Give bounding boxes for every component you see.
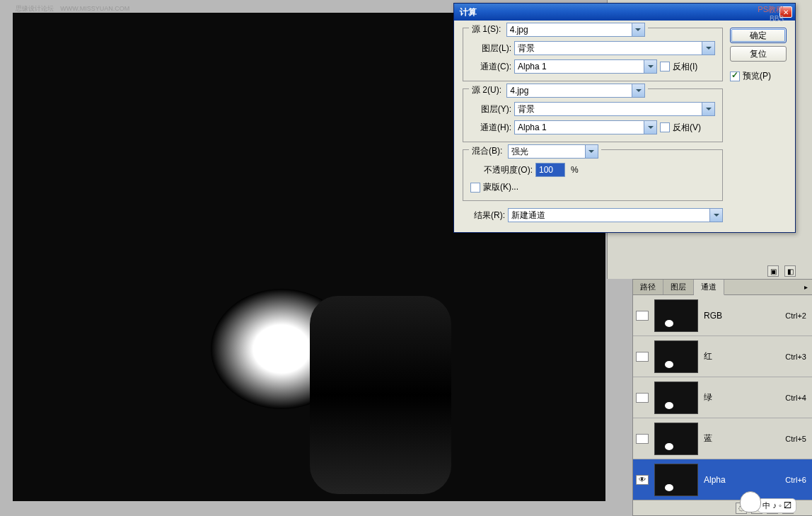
mask-check[interactable]: 蒙版(K)... [470, 181, 518, 193]
channel-list: RGBCtrl+2红Ctrl+3绿Ctrl+4蓝Ctrl+5👁AlphaCtrl… [633, 295, 812, 500]
tab-channels[interactable]: 通道 [694, 280, 724, 295]
chevron-down-icon [644, 60, 656, 73]
calculations-dialog: 计算 ✕ 源 1(S): 4.jpg 图层(L): 背景 [453, 3, 796, 233]
invert2-checkbox[interactable] [660, 122, 670, 132]
channel-name: RGB [704, 311, 779, 321]
channel-row[interactable]: 绿Ctrl+4 [633, 377, 812, 418]
layer1-value: 背景 [518, 42, 535, 55]
source1-label: 源 1(S): [472, 24, 501, 34]
watermark-right: PS教程 BBS [758, 4, 784, 23]
result-value: 新建通道 [511, 210, 545, 222]
invert1-check[interactable]: 反相(I) [660, 61, 697, 73]
reset-button[interactable]: 复位 [730, 46, 787, 62]
preview-checkbox[interactable] [730, 71, 740, 81]
source2-value: 4.jpg [510, 86, 528, 96]
watermark-left-main: 思缘设计论坛 [16, 5, 54, 12]
source2-label: 源 2(U): [472, 85, 501, 95]
watermark-left-sub: WWW.MISSYUAN.COM [60, 5, 129, 12]
dialog-title: 计算 [460, 6, 779, 18]
ime-text: 中 ♪ ◦ 〼 [762, 500, 791, 511]
chevron-down-icon [702, 103, 714, 115]
panel-tabs: 路径 图层 通道 [633, 280, 812, 295]
invert2-check[interactable]: 反相(V) [660, 122, 701, 134]
source1-group: 源 1(S): 4.jpg 图层(L): 背景 通道(C): Alpha 1 [463, 28, 723, 81]
opacity-label: 不透明度(O): [470, 164, 533, 176]
ime-indicator[interactable]: 中 ♪ ◦ 〼 [758, 498, 796, 513]
mask-checkbox[interactable] [470, 183, 480, 193]
watermark-right-sub: BBS [758, 15, 784, 23]
channel-shortcut: Ctrl+3 [785, 352, 806, 361]
channel2-combo[interactable]: Alpha 1 [514, 120, 657, 134]
opacity-percent: % [571, 165, 579, 175]
result-row: 结果(R): 新建通道 [463, 208, 723, 222]
invert1-label: 反相(I) [673, 61, 697, 73]
channel1-combo[interactable]: Alpha 1 [514, 59, 657, 74]
tab-layers[interactable]: 图层 [663, 280, 694, 294]
channels-panel: 路径 图层 通道 RGBCtrl+2红Ctrl+3绿Ctrl+4蓝Ctrl+5👁… [632, 279, 812, 516]
visibility-icon[interactable] [636, 352, 649, 362]
channel-shortcut: Ctrl+4 [785, 394, 806, 402]
channel2-value: Alpha 1 [518, 122, 547, 132]
chevron-down-icon [632, 84, 644, 97]
chevron-down-icon [702, 42, 714, 55]
source1-group-label: 源 1(S): 4.jpg [469, 23, 648, 37]
dialog-buttons: 确定 复位 预览(P) [730, 28, 787, 222]
channel1-label: 通道(C): [470, 61, 511, 73]
blend-group-label: 混合(B): 强光 [469, 144, 601, 159]
dialog-titlebar[interactable]: 计算 ✕ [454, 4, 795, 21]
channel1-value: Alpha 1 [518, 62, 547, 71]
channel2-label: 通道(H): [470, 122, 511, 134]
channel-name: 红 [704, 350, 779, 362]
channel-thumbnail[interactable] [654, 382, 698, 414]
layer2-label: 图层(Y): [470, 103, 511, 115]
layer1-combo[interactable]: 背景 [514, 41, 715, 55]
channel-row[interactable]: 👁AlphaCtrl+6 [633, 459, 812, 500]
visibility-icon[interactable] [636, 311, 649, 321]
preview-check[interactable]: 预览(P) [730, 70, 787, 82]
invert2-label: 反相(V) [673, 122, 701, 134]
invert1-checkbox[interactable] [660, 62, 670, 71]
source2-combo[interactable]: 4.jpg [506, 84, 645, 98]
opacity-input[interactable] [535, 163, 565, 177]
channel-row[interactable]: 蓝Ctrl+5 [633, 418, 812, 459]
channel-name: Alpha [704, 475, 779, 485]
channel-shortcut: Ctrl+2 [785, 311, 806, 320]
channel-row[interactable]: RGBCtrl+2 [633, 295, 812, 336]
layer2-combo[interactable]: 背景 [514, 102, 715, 116]
layer2-value: 背景 [518, 103, 535, 115]
chevron-down-icon [709, 209, 722, 222]
channel-name: 绿 [704, 391, 779, 403]
chevron-down-icon [632, 23, 644, 36]
channel-name: 蓝 [704, 432, 779, 445]
panel-iconbar: ▣ ◧ [765, 263, 798, 279]
channel-row[interactable]: 红Ctrl+3 [633, 336, 812, 377]
panel-icon-1[interactable]: ▣ [767, 265, 779, 277]
channel-thumbnail[interactable] [654, 299, 698, 332]
channel-thumbnail[interactable] [654, 340, 698, 373]
layer1-label: 图层(L): [470, 42, 511, 55]
panel-menu-icon[interactable] [799, 280, 812, 294]
result-label: 结果(R): [463, 210, 505, 222]
chevron-down-icon [585, 145, 598, 158]
channel-thumbnail[interactable] [654, 464, 698, 496]
result-combo[interactable]: 新建通道 [508, 208, 723, 222]
tab-paths[interactable]: 路径 [633, 280, 663, 294]
channel-shortcut: Ctrl+6 [785, 476, 806, 484]
blend-label: 混合(B): [472, 146, 502, 156]
image-subject [310, 296, 451, 494]
source2-group: 源 2(U): 4.jpg 图层(Y): 背景 通道(H): Alpha 1 [463, 88, 723, 142]
channel-thumbnail[interactable] [654, 423, 698, 455]
visibility-icon[interactable]: 👁 [636, 475, 649, 485]
source1-combo[interactable]: 4.jpg [506, 23, 645, 37]
chevron-down-icon [644, 121, 656, 134]
mask-label: 蒙版(K)... [483, 181, 518, 193]
blend-group: 混合(B): 强光 不透明度(O): % 蒙版(K)... [463, 149, 723, 201]
blend-combo[interactable]: 强光 [508, 144, 598, 159]
visibility-icon[interactable] [636, 393, 649, 403]
panel-icon-2[interactable]: ◧ [784, 265, 796, 277]
ok-button[interactable]: 确定 [730, 28, 787, 43]
watermark-right-main: PS教程 [758, 4, 784, 15]
visibility-icon[interactable] [636, 434, 649, 444]
blend-value: 强光 [511, 146, 528, 158]
source2-group-label: 源 2(U): 4.jpg [469, 84, 648, 98]
